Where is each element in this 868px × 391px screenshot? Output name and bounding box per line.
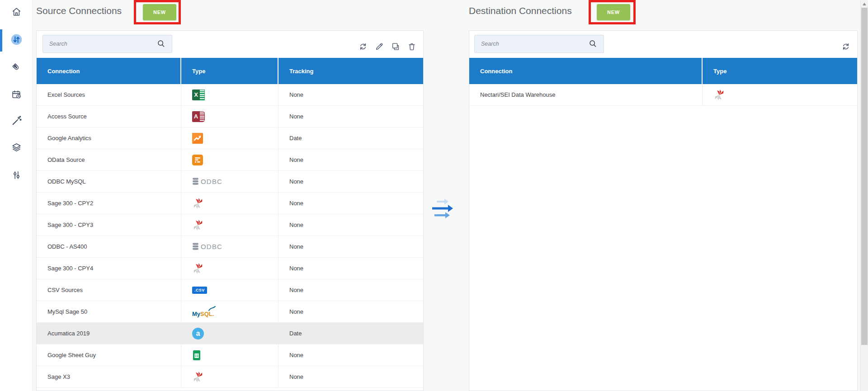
column-header-type: Type xyxy=(703,58,857,84)
table-row[interactable]: ODBC MySQLODBCNone xyxy=(37,171,423,193)
table-row[interactable]: Nectari/SEI Data Warehouse xyxy=(469,84,857,106)
sliders-icon xyxy=(11,170,22,183)
google-analytics-icon xyxy=(192,133,203,144)
type-cell xyxy=(181,344,278,366)
sidebar-item-magnet[interactable] xyxy=(7,59,25,77)
connection-name: Nectari/SEI Data Warehouse xyxy=(469,84,703,105)
table-row[interactable]: Sage X3None xyxy=(37,366,423,388)
sqlserver-icon xyxy=(713,89,725,101)
source-to-destination-arrows-icon xyxy=(430,197,457,222)
sqlserver-icon xyxy=(192,263,204,274)
sidebar-item-schedule[interactable] xyxy=(7,86,25,104)
acumatica-icon: a xyxy=(192,328,204,339)
scrollbar-up-arrow-icon[interactable] xyxy=(863,3,866,5)
search-icon[interactable] xyxy=(156,39,166,49)
type-cell xyxy=(181,214,278,236)
destination-search-input[interactable] xyxy=(475,41,588,47)
tracking-value: None xyxy=(278,258,423,279)
table-row[interactable]: Acumatica 2019aDate xyxy=(37,323,423,344)
type-cell xyxy=(181,127,278,149)
column-header-tracking: Tracking xyxy=(278,58,423,84)
source-panel-title: Source Connections xyxy=(36,5,122,16)
tracking-value: None xyxy=(278,84,423,105)
sidebar-item-data-transfer[interactable] xyxy=(7,31,25,49)
mysql-icon: MySQL. xyxy=(192,306,214,317)
tracking-value: None xyxy=(278,236,423,257)
destination-toolbar xyxy=(841,42,851,52)
excel-icon: X xyxy=(192,90,205,100)
table-row[interactable]: Google AnalyticsDate xyxy=(37,127,423,149)
type-cell xyxy=(181,366,278,387)
connection-name: Sage 300 - CPY3 xyxy=(37,214,181,236)
table-row[interactable]: MySql Sage 50MySQL.None xyxy=(37,301,423,323)
type-cell: MySQL. xyxy=(181,301,278,322)
connection-name: OData Source xyxy=(37,149,181,170)
table-row[interactable]: Excel SourcesXNone xyxy=(37,84,423,106)
source-connections-panel: ConnectionTypeTrackingExcel SourcesXNone… xyxy=(36,30,424,391)
sidebar-item-settings-sliders[interactable] xyxy=(7,167,25,185)
active-item-indicator xyxy=(0,29,2,52)
access-icon: A xyxy=(192,111,205,122)
odbc-icon: ODBC xyxy=(192,243,222,250)
table-row[interactable]: Sage 300 - CPY3None xyxy=(37,214,423,236)
column-header-type: Type xyxy=(181,58,278,84)
source-new-button[interactable]: NEW xyxy=(143,4,176,20)
tracking-value: None xyxy=(278,366,423,387)
tracking-value: None xyxy=(278,106,423,127)
type-cell: X xyxy=(181,84,278,105)
type-cell xyxy=(181,258,278,279)
sidebar-item-magic-wand[interactable] xyxy=(7,113,25,131)
refresh-icon[interactable] xyxy=(358,42,368,52)
table-row[interactable]: Access SourceANone xyxy=(37,106,423,127)
table-row[interactable]: OData SourceNone xyxy=(37,149,423,171)
odbc-icon: ODBC xyxy=(192,178,222,185)
connection-name: Acumatica 2019 xyxy=(37,323,181,344)
type-cell xyxy=(181,149,278,170)
destination-new-button[interactable]: NEW xyxy=(597,4,630,20)
table-row[interactable]: Google Sheet GuyNone xyxy=(37,344,423,366)
vertical-scrollbar[interactable] xyxy=(860,0,868,391)
tracking-value: None xyxy=(278,171,423,192)
edit-icon[interactable] xyxy=(374,42,384,52)
destination-connections-panel: ConnectionTypeNectari/SEI Data Warehouse xyxy=(469,30,858,391)
connection-name: Sage 300 - CPY4 xyxy=(37,258,181,279)
sqlserver-icon xyxy=(192,219,204,231)
type-cell: a xyxy=(181,323,278,344)
connection-name: MySql Sage 50 xyxy=(37,301,181,322)
connection-name: CSV Sources xyxy=(37,279,181,301)
table-row[interactable]: Sage 300 - CPY4None xyxy=(37,258,423,279)
destination-connections-table: ConnectionTypeNectari/SEI Data Warehouse xyxy=(469,58,857,106)
source-search-input[interactable] xyxy=(43,41,156,47)
connection-name: ODBC - AS400 xyxy=(37,236,181,257)
google-sheets-icon xyxy=(192,350,201,361)
connections-page: Source Connections NEW Destination Conne… xyxy=(0,0,868,391)
copy-icon[interactable] xyxy=(391,42,401,52)
sidebar-item-home[interactable] xyxy=(7,4,25,22)
type-cell: .CSV xyxy=(181,279,278,301)
type-cell: ODBC xyxy=(181,236,278,257)
tracking-value: Date xyxy=(278,323,423,344)
sidebar xyxy=(0,0,33,391)
scrollbar-thumb[interactable] xyxy=(861,8,868,345)
tracking-value: Date xyxy=(278,127,423,149)
column-header-connection: Connection xyxy=(37,58,181,84)
table-row[interactable]: ODBC - AS400ODBCNone xyxy=(37,236,423,258)
connection-name: Sage X3 xyxy=(37,366,181,387)
table-row[interactable]: CSV Sources.CSVNone xyxy=(37,279,423,301)
tracking-value: None xyxy=(278,214,423,236)
source-search-box xyxy=(42,35,172,53)
delete-icon[interactable] xyxy=(407,42,417,52)
connection-name: Google Analytics xyxy=(37,127,181,149)
search-icon[interactable] xyxy=(588,39,598,49)
table-row[interactable]: Sage 300 - CPY2None xyxy=(37,193,423,214)
home-icon xyxy=(11,6,22,19)
destination-panel-title: Destination Connections xyxy=(469,5,572,16)
tracking-value: None xyxy=(278,193,423,214)
odata-icon xyxy=(192,155,203,165)
table-header: ConnectionType xyxy=(469,58,857,84)
csv-icon: .CSV xyxy=(192,287,207,294)
sidebar-item-layers[interactable] xyxy=(7,139,25,157)
table-header: ConnectionTypeTracking xyxy=(37,58,423,84)
refresh-icon[interactable] xyxy=(841,42,851,52)
tracking-value: None xyxy=(278,344,423,366)
